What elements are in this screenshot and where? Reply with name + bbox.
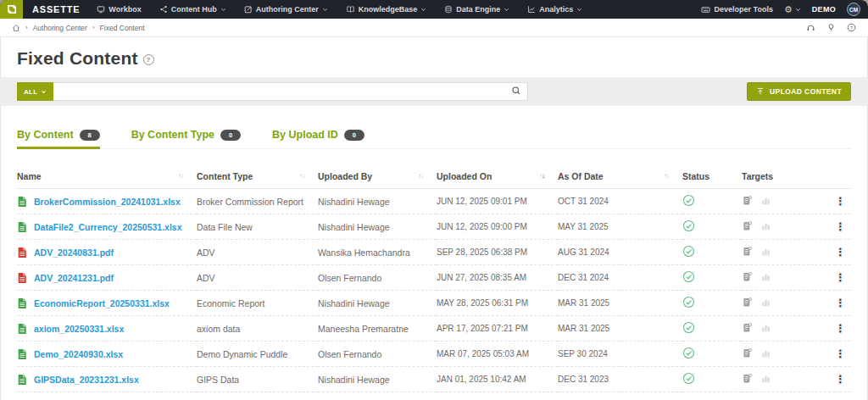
- search-bar: ALL: [17, 82, 528, 101]
- svg-text:?: ?: [850, 25, 854, 31]
- nav-item-authoring-center[interactable]: Authoring Center: [244, 5, 328, 14]
- sort-icon[interactable]: ↑↓: [418, 173, 423, 180]
- row-menu-button[interactable]: ⋮: [835, 322, 846, 335]
- uploaded-by-cell: Olsen Fernando: [318, 342, 437, 367]
- headset-icon[interactable]: [806, 23, 815, 32]
- page-title-row: Fixed Content ?: [17, 48, 851, 69]
- status-cell: [682, 265, 742, 291]
- uploaded-on-cell: JUN 12, 2025 09:00 PM: [437, 214, 558, 240]
- tab-count-badge: 0: [344, 130, 364, 141]
- nav-item-workbox[interactable]: Workbox: [97, 5, 141, 14]
- search-filter-dropdown[interactable]: ALL: [17, 82, 53, 101]
- lightbulb-icon[interactable]: [826, 23, 836, 32]
- breadcrumb-fixed-content[interactable]: Fixed Content: [100, 24, 145, 32]
- uploaded-on-cell: APR 17, 2025 07:21 PM: [437, 316, 558, 342]
- status-cell: [682, 214, 742, 240]
- nav-item-knowledgebase[interactable]: KnowledgeBase: [346, 5, 427, 14]
- uploaded-by-cell: Nishadini Hewage: [318, 189, 437, 214]
- nav-item-data-engine[interactable]: Data Engine: [444, 5, 509, 14]
- workbox-icon: [97, 5, 105, 14]
- row-menu-button[interactable]: ⋮: [835, 347, 846, 360]
- report-target-icon[interactable]: [742, 297, 753, 308]
- chart-target-icon[interactable]: [760, 271, 771, 282]
- authoring-center-icon: [244, 5, 253, 14]
- report-target-icon[interactable]: [742, 220, 753, 231]
- file-name-link[interactable]: axiom_20250331.xlsx: [34, 324, 124, 334]
- report-target-icon[interactable]: [742, 373, 753, 384]
- chart-target-icon[interactable]: [760, 373, 771, 384]
- settings-menu-button[interactable]: ⚙: [784, 5, 801, 14]
- as-of-date-cell: SEP 30 2024: [558, 342, 682, 367]
- search-icon[interactable]: [511, 86, 521, 96]
- column-header-content-type[interactable]: Content Type ↑↓: [197, 164, 318, 189]
- file-name-link[interactable]: ADV_20241231.pdf: [34, 273, 114, 283]
- file-name-link[interactable]: DataFile2_Currency_20250531.xlsx: [34, 222, 182, 232]
- sort-icon[interactable]: ↑↓: [178, 173, 183, 180]
- uploaded-on-cell: MAR 07, 2025 05:03 AM: [437, 342, 558, 367]
- sort-icon[interactable]: ↑↓: [299, 173, 304, 180]
- uploaded-by-cell: Maneesha Premaratne: [318, 316, 437, 342]
- search-filter-label: ALL: [24, 88, 37, 96]
- file-type-icon-xlsx: [17, 348, 27, 360]
- table-row: GIPSData_20231231.xlsx GIPS Data Nishadi…: [17, 367, 851, 392]
- tab-label: By Upload ID: [272, 129, 338, 141]
- file-name-link[interactable]: BrokerCommission_20241031.xlsx: [34, 197, 181, 207]
- chevron-down-icon: [795, 7, 801, 13]
- file-name-link[interactable]: EconomicReport_20250331.xlsx: [34, 298, 170, 308]
- chart-target-icon[interactable]: [760, 220, 771, 231]
- as-of-date-cell: MAY 31 2025: [558, 214, 682, 240]
- row-menu-button[interactable]: ⋮: [835, 220, 846, 233]
- row-menu-button[interactable]: ⋮: [835, 297, 846, 309]
- status-cell: [682, 291, 742, 316]
- breadcrumb-authoring-center[interactable]: Authoring Center: [33, 24, 87, 32]
- upload-content-button[interactable]: UPLOAD CONTENT: [747, 82, 851, 101]
- report-target-icon[interactable]: [742, 322, 753, 333]
- page-help-icon[interactable]: ?: [143, 54, 154, 65]
- row-menu-button[interactable]: ⋮: [835, 246, 846, 258]
- table-body: BrokerCommission_20241031.xlsx Broker Co…: [17, 189, 851, 392]
- avatar[interactable]: CM: [847, 3, 860, 16]
- row-menu-button[interactable]: ⋮: [835, 373, 846, 386]
- report-target-icon[interactable]: [742, 246, 753, 257]
- chart-target-icon[interactable]: [760, 322, 771, 333]
- tab-bar: By Content 8 By Content Type 0 By Upload…: [17, 129, 851, 149]
- row-menu-button[interactable]: ⋮: [835, 271, 846, 284]
- report-target-icon[interactable]: [742, 195, 753, 206]
- tab-label: By Content Type: [131, 129, 214, 141]
- tab-by-content-type[interactable]: By Content Type 0: [131, 129, 241, 148]
- chart-target-icon[interactable]: [760, 347, 771, 358]
- developer-tools-button[interactable]: Developer Tools: [701, 5, 773, 14]
- assette-logo[interactable]: [0, 0, 23, 19]
- sort-icon[interactable]: ↑↓: [539, 173, 544, 180]
- upload-content-label: UPLOAD CONTENT: [770, 87, 842, 96]
- home-icon[interactable]: [12, 24, 20, 32]
- uploaded-by-cell: Nishadini Hewage: [318, 291, 437, 316]
- file-name-link[interactable]: GIPSData_20231231.xlsx: [34, 375, 139, 385]
- column-header-as-of-date[interactable]: As Of Date ↑↓: [558, 164, 682, 189]
- search-input[interactable]: [53, 82, 528, 101]
- nav-item-analytics[interactable]: Analytics: [527, 5, 582, 14]
- file-name-link[interactable]: Demo_20240930.xlsx: [34, 349, 123, 359]
- file-name-link[interactable]: ADV_20240831.pdf: [34, 247, 114, 258]
- breadcrumb-separator: ›: [25, 24, 28, 31]
- chevron-down-icon: [420, 7, 426, 13]
- targets-cell: [742, 265, 835, 291]
- chart-target-icon[interactable]: [760, 246, 771, 257]
- chevron-down-icon: [322, 7, 328, 13]
- report-target-icon[interactable]: [742, 271, 753, 282]
- column-header-uploaded-on[interactable]: Uploaded On ↑↓: [437, 164, 558, 189]
- tab-by-content[interactable]: By Content 8: [17, 129, 100, 148]
- tab-by-upload-id[interactable]: By Upload ID 0: [272, 129, 364, 148]
- analytics-icon: [527, 5, 536, 14]
- row-menu-button[interactable]: ⋮: [835, 195, 846, 208]
- column-header-name[interactable]: Name ↑↓: [17, 164, 197, 189]
- column-header-uploaded-by[interactable]: Uploaded By ↑↓: [318, 164, 437, 189]
- data-engine-icon: [444, 5, 453, 14]
- chart-target-icon[interactable]: [760, 297, 771, 308]
- sort-icon[interactable]: ↑↓: [664, 173, 669, 180]
- report-target-icon[interactable]: [742, 347, 753, 358]
- chart-target-icon[interactable]: [760, 195, 771, 206]
- file-type-icon-pdf: [17, 247, 27, 258]
- help-icon[interactable]: ?: [847, 23, 856, 32]
- nav-item-content-hub[interactable]: Content Hub: [159, 5, 226, 14]
